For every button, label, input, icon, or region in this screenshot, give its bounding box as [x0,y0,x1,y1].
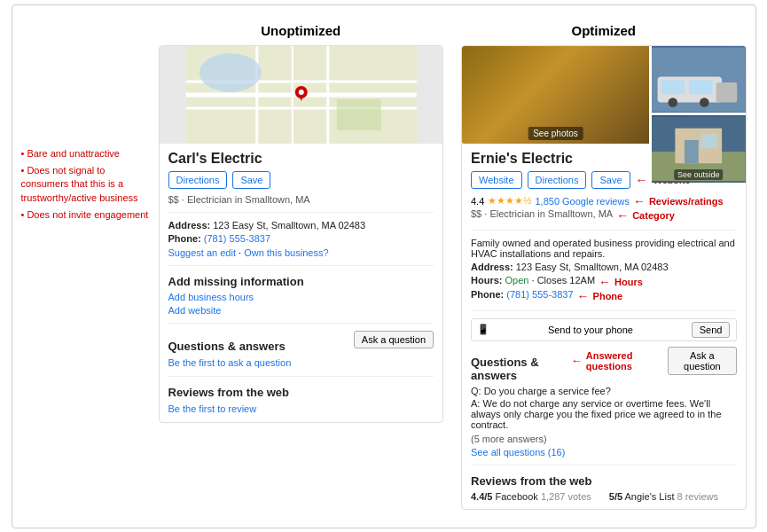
more-answers: (5 more answers) [471,434,737,444]
opt-category: $$ · Electrician in Smalltown, MA [471,208,613,219]
opt-ask-button[interactable]: Ask a question [668,347,736,375]
opt-website-button[interactable]: Website [471,171,522,189]
opt-reviews-title: Reviews from the web [471,474,737,488]
svg-rect-22 [685,140,699,163]
send-button[interactable]: Send [692,322,731,338]
unoptimized-card: Carl's Electric Directions Save $$ · Ele… [159,45,444,423]
left-annotations: • Bare and unattractive • Does not signa… [21,23,150,510]
opt-qa-answer: A: We do not charge any service or overt… [471,398,737,430]
unopt-directions-button[interactable]: Directions [168,171,228,189]
send-to-phone-text: Send to your phone [548,325,633,335]
unopt-qa-placeholder[interactable]: Be the first to ask a question [168,357,292,368]
review1-score: 4.4/5 [471,491,492,502]
hours-open: Open [505,275,529,286]
see-outside-btn[interactable]: See outside [674,169,724,180]
photo-side-bottom: See outside [652,115,746,183]
photo-side-top [652,46,746,113]
unopt-business-name: Carl's Electric [168,151,434,167]
category-label: Category [632,210,675,221]
opt-phone-line: Phone: (781) 555-3837 [471,289,574,300]
unopt-action-buttons: Directions Save [168,171,434,189]
unopt-add-missing-title: Add missing information [168,275,434,288]
send-to-phone-icon: 📱 [477,324,489,335]
hours-row: Hours: Open · Closes 12AM ← Hours [471,275,737,289]
reviews-label: Reviews/ratings [649,196,724,207]
unopt-qa-title: Questions & answers [168,340,292,353]
unopt-qa-section: Questions & answers Be the first to ask … [168,331,434,369]
opt-qa-title: Questions & answers [471,356,571,382]
review-angies: 5/5 Angie's List 8 reviews [609,491,718,502]
unoptimized-card-body: Carl's Electric Directions Save $$ · Ele… [160,144,443,422]
opt-phone-link[interactable]: (781) 555-3837 [506,289,573,300]
review2-score: 5/5 [609,491,622,502]
unopt-own-business[interactable]: Own this business? [244,247,328,258]
opt-description: Family owned and operated business provi… [471,238,737,259]
reviews-arrow: ← [633,194,646,208]
optimized-column: Optimized See photos [461,23,747,510]
unopt-add-website[interactable]: Add website [168,305,434,316]
svg-point-16 [700,98,709,107]
opt-hours-line: Hours: Open · Closes 12AM [471,275,595,286]
columns-container: Unoptimized [159,23,747,510]
annotation-1: • Bare and unattractive [21,147,150,160]
unopt-save-button[interactable]: Save [232,171,270,189]
main-container: • Bare and unattractive • Does not signa… [12,4,756,528]
unopt-phone-line: Phone: (781) 555-3837 [168,233,434,244]
phone-label: Phone [593,291,623,301]
website-arrow: ← [636,173,648,187]
category-row: $$ · Electrician in Smalltown, MA ← Cate… [471,208,737,223]
reviews-web-row: 4.4/5 Facebook 1,287 votes 5/5 Angie's L… [471,491,737,502]
reviews-count-link[interactable]: 1,850 Google reviews [535,196,629,207]
opt-save-button[interactable]: Save [591,171,630,189]
photo-strip: See photos See outside [462,46,746,144]
opt-directions-button[interactable]: Directions [528,171,587,189]
unoptimized-title: Unoptimized [261,23,340,38]
svg-rect-14 [716,82,738,102]
optimized-card: See photos See outside [461,45,747,510]
unopt-phone-link[interactable]: (781) 555-3837 [204,233,270,244]
unopt-reviews-title: Reviews from the web [168,386,434,399]
annotation-2: • Does not signal to consumers that this… [21,164,150,205]
review2-count: 8 reviews [677,491,718,502]
svg-point-15 [668,98,677,107]
opt-address-line: Address: 123 Easy St, Smalltown, MA 0248… [471,262,737,272]
send-to-phone-row: 📱 Send to your phone Send [471,318,737,341]
annotation-3: • Does not invite engagement [21,208,150,222]
svg-rect-18 [689,80,712,94]
phone-arrow: ← [577,289,590,303]
svg-point-7 [199,53,261,92]
unopt-reviews-placeholder[interactable]: Be the first to review [168,403,257,414]
opt-qa-question: Q: Do you charge a service fee? [471,386,737,396]
svg-rect-17 [661,80,685,94]
photo-side: See outside [652,46,746,144]
unopt-add-hours[interactable]: Add business hours [168,292,434,302]
see-photos-btn[interactable]: See photos [528,127,583,140]
unopt-suggest-edit[interactable]: Suggest an edit [168,247,236,258]
opt-qa-section: Questions & answers ← Answered questions… [471,347,737,386]
review1-count: 1,287 votes [541,491,591,502]
review1-site: Facebook [496,491,538,502]
hours-label: Hours [614,277,643,287]
svg-rect-8 [336,99,380,130]
optimized-title: Optimized [571,23,636,38]
hours-close-time: Closes 12AM [537,275,595,286]
map-image [160,46,443,144]
rating-score: 4.4 [471,196,484,207]
review-facebook: 4.4/5 Facebook 1,287 votes [471,491,591,502]
phone-row: Phone: (781) 555-3837 ← Phone [471,289,737,303]
rating-line: 4.4 ★★★★½ 1,850 Google reviews ← Reviews… [471,194,737,208]
svg-point-11 [298,90,303,95]
see-all-questions[interactable]: See all questions (16) [471,447,737,458]
unopt-address-line: Address: 123 Easy St, Smalltown, MA 0248… [168,220,434,231]
hours-arrow: ← [599,275,611,289]
optimized-card-body: Ernie's Electric Website Directions Save… [462,144,746,509]
unoptimized-column: Unoptimized [159,23,444,510]
rating-stars: ★★★★½ [488,195,531,207]
unopt-ask-button[interactable]: Ask a question [354,331,434,348]
answered-q-label: Answered questions [586,350,664,372]
photo-main: See photos [462,46,649,144]
svg-rect-23 [700,134,716,148]
category-arrow: ← [616,208,629,223]
review2-site: Angie's List [625,491,675,502]
unopt-category: $$ · Electrician in Smalltown, MA [168,194,434,205]
